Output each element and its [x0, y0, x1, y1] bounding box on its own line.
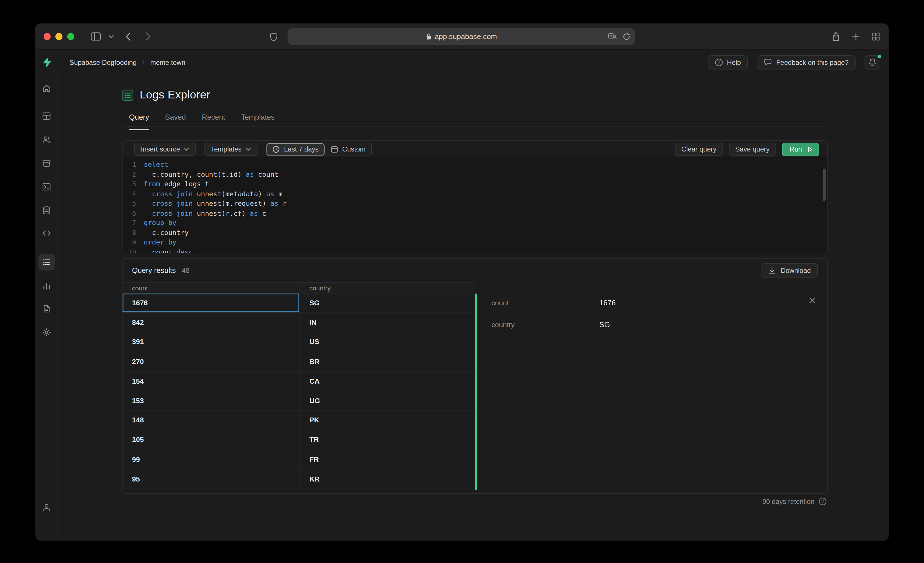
sidebar-item-database[interactable]: [38, 202, 55, 219]
cell-count[interactable]: 391: [123, 333, 300, 351]
notifications-button[interactable]: [865, 55, 880, 69]
column-header-count[interactable]: count: [123, 283, 300, 293]
code-line: 5 cross join unnest(m.request) as r: [123, 198, 827, 208]
close-window-button[interactable]: [44, 33, 51, 40]
breadcrumb-project[interactable]: meme.town: [150, 59, 185, 66]
table-row: 154CA: [123, 372, 475, 391]
cell-country[interactable]: PK: [300, 411, 475, 430]
address-bar[interactable]: app.supabase.com A: [288, 29, 635, 45]
privacy-shield-icon[interactable]: [270, 24, 278, 50]
cell-country[interactable]: BR: [300, 352, 475, 371]
code-text: order by: [144, 237, 177, 247]
code-text: cross join unnest(r.cf) as c: [144, 208, 266, 218]
download-button[interactable]: Download: [761, 263, 818, 278]
help-button[interactable]: ? Help: [708, 55, 748, 69]
last-7-days-button[interactable]: Last 7 days: [266, 143, 324, 155]
sidebar-item-home[interactable]: [38, 80, 55, 97]
clear-query-button[interactable]: Clear query: [675, 143, 723, 156]
page-title: Logs Explorer: [140, 89, 210, 101]
feedback-button[interactable]: Feedback on this page?: [757, 55, 856, 69]
cell-count[interactable]: 95: [123, 470, 300, 488]
cell-count[interactable]: 154: [123, 372, 300, 390]
svg-text:?: ?: [821, 499, 824, 504]
cell-count[interactable]: 99: [123, 450, 300, 469]
cell-country[interactable]: SG: [300, 294, 475, 312]
main-content: Logs Explorer QuerySavedRecentTemplates …: [122, 75, 828, 540]
editor-scrollbar[interactable]: [823, 168, 826, 201]
code-line: 4 cross join unnest(metadata) as m: [123, 189, 827, 198]
sidebar-item-reports[interactable]: [38, 278, 55, 294]
table-row: 1676SG: [123, 294, 475, 313]
translate-icon[interactable]: A: [608, 33, 617, 40]
supabase-logo-icon[interactable]: [35, 57, 58, 67]
sql-editor[interactable]: 1select2 c.country, count(t.id) as count…: [123, 157, 827, 253]
cell-country[interactable]: US: [300, 333, 475, 351]
cell-count[interactable]: 105: [123, 431, 300, 449]
custom-range-button[interactable]: Custom: [324, 143, 372, 155]
breadcrumb-org[interactable]: Supabase Dogfooding: [69, 59, 136, 66]
table-row: 148PK: [123, 411, 475, 431]
code-text: group by: [144, 218, 177, 228]
sidebar-item-table-editor[interactable]: [38, 108, 55, 125]
sidebar-item-settings[interactable]: [38, 324, 55, 341]
cell-count[interactable]: 270: [123, 352, 300, 371]
calendar-icon: [331, 145, 338, 153]
sidebar-item-api[interactable]: [38, 225, 55, 242]
forward-icon[interactable]: [138, 32, 158, 41]
tab-templates[interactable]: Templates: [241, 113, 274, 126]
clock-icon: [272, 145, 280, 153]
play-icon: [807, 146, 813, 152]
cell-country[interactable]: KR: [300, 470, 475, 488]
sql-editor-icon: [42, 182, 51, 192]
line-number: 10: [123, 247, 144, 253]
save-query-button[interactable]: Save query: [729, 143, 776, 156]
logs-explorer-icon: [42, 257, 51, 267]
storage-icon: [42, 158, 51, 168]
breadcrumb-separator: /: [142, 59, 145, 66]
sidebar-item-docs[interactable]: [38, 300, 55, 317]
templates-button[interactable]: Templates: [204, 143, 258, 156]
insert-source-button[interactable]: Insert source: [134, 143, 196, 156]
cell-count[interactable]: 842: [123, 313, 300, 332]
zoom-window-button[interactable]: [67, 33, 74, 40]
line-number: 3: [123, 179, 144, 189]
back-icon[interactable]: [118, 32, 138, 41]
table-row: 391US: [123, 333, 475, 352]
minimize-window-button[interactable]: [56, 33, 63, 40]
lock-icon: [426, 33, 431, 40]
run-button[interactable]: Run: [782, 142, 819, 156]
sidebar-item-logs-explorer[interactable]: [38, 254, 55, 270]
sidebar-item-auth[interactable]: [38, 131, 55, 148]
line-number: 1: [123, 160, 144, 170]
cell-count[interactable]: 148: [123, 411, 300, 430]
close-icon: [809, 297, 816, 303]
help-circle-icon: ?: [714, 58, 723, 66]
account-button[interactable]: [38, 499, 55, 516]
share-icon[interactable]: [832, 32, 840, 41]
tab-recent[interactable]: Recent: [202, 113, 225, 126]
browser-nav: [87, 24, 158, 50]
sidebar-item-sql-editor[interactable]: [38, 179, 55, 195]
cell-country[interactable]: TR: [300, 431, 475, 449]
question-circle-icon[interactable]: ?: [818, 497, 827, 506]
tab-saved[interactable]: Saved: [165, 113, 186, 126]
cell-count[interactable]: 1676: [123, 294, 300, 312]
column-header-country[interactable]: country: [300, 283, 475, 293]
cell-country[interactable]: IN: [300, 313, 475, 332]
cell-country[interactable]: UG: [300, 391, 475, 410]
tab-query[interactable]: Query: [129, 113, 149, 126]
chevron-down-icon[interactable]: [104, 35, 118, 38]
desktop: app.supabase.com A: [0, 0, 924, 563]
sidebar-toggle-icon[interactable]: [87, 32, 104, 41]
tab-overview-icon[interactable]: [872, 32, 880, 41]
reload-icon[interactable]: [623, 32, 631, 41]
line-number: 5: [123, 198, 144, 208]
detail-label: country: [492, 320, 600, 329]
sidebar-item-storage[interactable]: [38, 155, 55, 171]
cell-country[interactable]: FR: [300, 450, 475, 469]
auth-users-icon: [42, 135, 51, 144]
cell-country[interactable]: CA: [300, 372, 475, 390]
new-tab-icon[interactable]: [852, 33, 860, 41]
cell-count[interactable]: 153: [123, 391, 300, 410]
home-icon: [42, 84, 51, 93]
